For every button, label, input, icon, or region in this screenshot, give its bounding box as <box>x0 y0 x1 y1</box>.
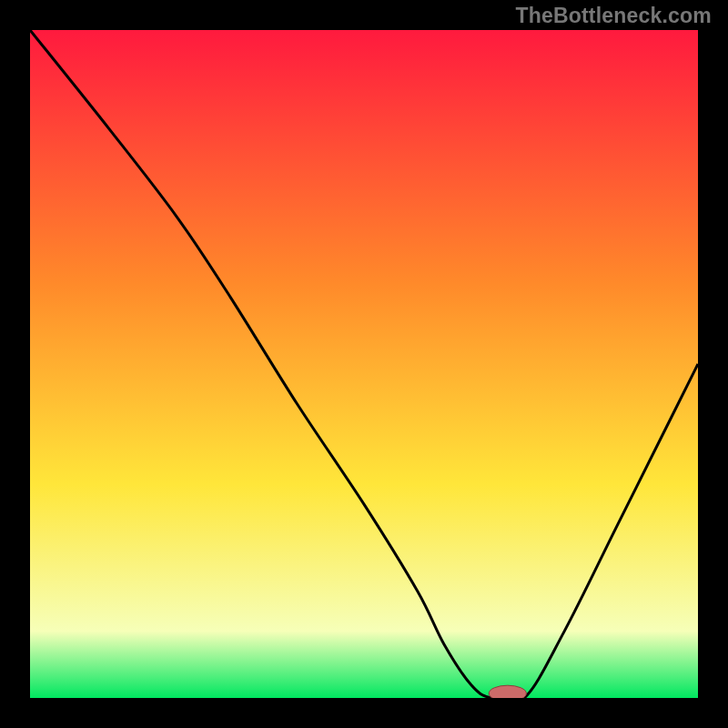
optimal-point-marker <box>489 685 526 698</box>
bottleneck-chart <box>30 30 698 698</box>
chart-frame: TheBottleneck.com <box>0 0 728 728</box>
gradient-background <box>30 30 698 698</box>
watermark-text: TheBottleneck.com <box>515 4 712 28</box>
plot-area <box>30 30 698 698</box>
